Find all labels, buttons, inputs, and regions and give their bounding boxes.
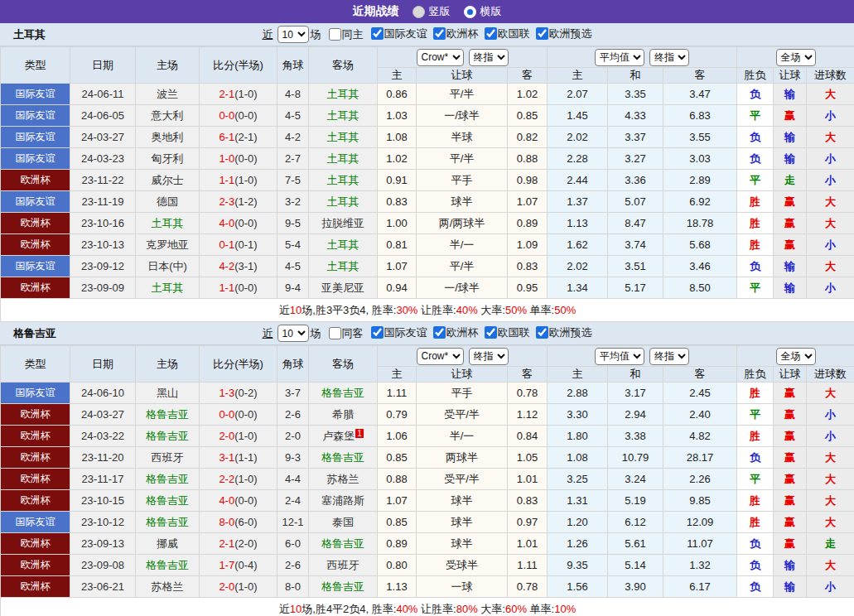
league-checkbox[interactable]: 国际友谊 bbox=[365, 325, 427, 340]
final-odds-select-eu[interactable]: 终指 bbox=[649, 49, 689, 66]
away-team-name: 西班牙 bbox=[327, 559, 359, 571]
league-checkbox-label: 欧洲预选 bbox=[549, 325, 592, 340]
away-team-name: 土耳其 bbox=[327, 260, 359, 272]
same-venue-input[interactable] bbox=[329, 28, 341, 41]
league-checkbox[interactable]: 欧洲杯 bbox=[427, 325, 479, 340]
half-time-score: (1-0) bbox=[234, 88, 257, 100]
table-row: 国际友谊23-10-12格鲁吉亚8-0(6-0)12-1泰国0.85球半0.97… bbox=[1, 512, 854, 533]
full-match-select[interactable]: 全场 bbox=[776, 348, 816, 365]
near-link[interactable]: 近 bbox=[263, 27, 273, 42]
away-team-name: 土耳其 bbox=[327, 131, 359, 143]
league-checkbox-input[interactable] bbox=[371, 27, 384, 40]
bookmaker-select[interactable]: Crow* bbox=[417, 348, 464, 365]
bookmaker-select[interactable]: Crow* bbox=[417, 49, 464, 66]
same-venue-input[interactable] bbox=[329, 327, 341, 339]
same-venue-checkbox[interactable]: 同主 bbox=[323, 27, 364, 42]
league-checkbox-label: 国际友谊 bbox=[384, 26, 427, 41]
summary-value: 10% bbox=[554, 603, 576, 615]
league-checkbox[interactable]: 国际友谊 bbox=[365, 26, 427, 41]
col-home: 主场 bbox=[136, 346, 200, 383]
league-checkbox[interactable]: 欧国联 bbox=[479, 325, 530, 340]
table-row: 欧洲杯23-09-08格鲁吉亚1-7(0-4)2-6西班牙0.80受球半1.11… bbox=[1, 555, 854, 576]
layout-radio-vertical[interactable]: 竖版 bbox=[413, 4, 451, 19]
league-checkbox[interactable]: 欧国联 bbox=[479, 26, 530, 41]
match-date: 24-03-27 bbox=[70, 127, 136, 148]
match-date: 24-06-10 bbox=[70, 383, 136, 404]
page-title: 近期战绩 bbox=[353, 4, 399, 19]
eu-away-odds: 8.50 bbox=[663, 277, 737, 299]
result-handicap: 输 bbox=[774, 576, 807, 598]
league-checkbox-input[interactable] bbox=[536, 27, 548, 40]
table-row: 欧洲杯23-11-20西班牙3-1(1-1)9-3格鲁吉亚0.85两球半1.05… bbox=[1, 447, 854, 469]
half-time-score: (0-1) bbox=[234, 238, 257, 251]
table-row: 欧洲杯24-03-27格鲁吉亚0-0(0-0)2-6希腊0.79受平/半1.12… bbox=[1, 404, 854, 426]
away-team-name: 格鲁吉亚 bbox=[321, 451, 364, 464]
same-venue-checkbox[interactable]: 同客 bbox=[323, 326, 364, 341]
home-team: 西班牙 bbox=[136, 447, 200, 469]
recent-count-select[interactable]: 10 bbox=[277, 26, 309, 43]
average-odds-select[interactable]: 平均值 bbox=[595, 49, 644, 66]
home-team: 黑山 bbox=[136, 383, 200, 404]
summary-text: 大率: bbox=[478, 304, 505, 316]
full-time-score: 1-1 bbox=[219, 282, 234, 294]
corner-score: 6-0 bbox=[277, 533, 309, 555]
final-odds-select-eu[interactable]: 终指 bbox=[649, 348, 689, 365]
summary-row: 近10场,胜4平2负4, 胜率:40% 让胜率:80% 大率:60% 单率:10… bbox=[1, 598, 854, 616]
corner-score: 4-8 bbox=[277, 84, 309, 105]
handicap-line: 球半 bbox=[417, 533, 508, 555]
result-handicap: 赢 bbox=[774, 404, 807, 426]
result-goals: 大 bbox=[807, 256, 854, 277]
away-team-name: 土耳其 bbox=[327, 88, 359, 100]
radio-unselected-icon[interactable] bbox=[413, 6, 425, 18]
league-checkbox-input[interactable] bbox=[371, 326, 384, 339]
col-eu-home: 主 bbox=[548, 367, 608, 383]
final-odds-select-ah[interactable]: 终指 bbox=[469, 348, 509, 365]
eu-draw-odds: 5.19 bbox=[608, 490, 663, 512]
table-row: 国际友谊24-06-11波兰2-1(1-0)4-8土耳其0.86平/半1.022… bbox=[1, 84, 854, 105]
result-wdl: 平 bbox=[737, 277, 774, 299]
ah-home-odds: 1.08 bbox=[378, 127, 417, 148]
eu-draw-odds: 3.37 bbox=[608, 127, 663, 148]
full-time-score: 0-0 bbox=[219, 408, 234, 421]
summary-text: 近 bbox=[279, 304, 290, 316]
layout-radio-horizontal[interactable]: 横版 bbox=[464, 4, 502, 19]
result-handicap: 输 bbox=[774, 277, 807, 299]
league-checkbox-input[interactable] bbox=[485, 326, 497, 339]
league-checkbox[interactable]: 欧洲预选 bbox=[530, 325, 592, 340]
home-team: 格鲁吉亚 bbox=[136, 512, 200, 533]
league-checkbox-input[interactable] bbox=[536, 326, 548, 339]
league-checkbox-label: 欧洲杯 bbox=[446, 325, 479, 340]
result-goals: 大 bbox=[807, 469, 854, 490]
away-team: 格鲁吉亚 bbox=[309, 447, 378, 469]
league-checkbox-input[interactable] bbox=[485, 27, 497, 40]
away-team-name: 亚美尼亚 bbox=[321, 282, 364, 294]
match-date: 23-11-17 bbox=[70, 469, 136, 490]
corner-score: 4-4 bbox=[277, 469, 309, 490]
col-hcp-result: 让球 bbox=[774, 68, 807, 84]
league-checkbox[interactable]: 欧洲杯 bbox=[427, 26, 479, 41]
radio-selected-icon[interactable] bbox=[464, 6, 476, 18]
corner-score: 3-2 bbox=[277, 191, 309, 213]
final-odds-select-ah[interactable]: 终指 bbox=[469, 49, 509, 66]
match-score: 2-1(1-0) bbox=[200, 84, 277, 105]
away-team: 亚美尼亚 bbox=[309, 277, 378, 299]
home-team: 格鲁吉亚 bbox=[136, 490, 200, 512]
half-time-score: (6-0) bbox=[234, 516, 257, 528]
full-match-select[interactable]: 全场 bbox=[776, 49, 816, 66]
away-team: 格鲁吉亚 bbox=[309, 576, 378, 598]
full-time-score: 8-0 bbox=[219, 516, 234, 528]
result-goals: 小 bbox=[807, 148, 854, 170]
league-checkbox-input[interactable] bbox=[433, 326, 446, 339]
recent-count-select[interactable]: 10 bbox=[277, 325, 309, 342]
match-score: 0-1(0-1) bbox=[200, 234, 277, 256]
near-link[interactable]: 近 bbox=[263, 326, 273, 341]
ah-home-odds: 0.85 bbox=[378, 447, 417, 469]
ah-home-odds: 1.02 bbox=[378, 148, 417, 170]
average-odds-select[interactable]: 平均值 bbox=[595, 348, 644, 365]
league-checkbox[interactable]: 欧洲预选 bbox=[530, 26, 592, 41]
league-checkbox-label: 欧国联 bbox=[498, 325, 530, 340]
eu-home-odds: 3.25 bbox=[548, 469, 608, 490]
same-venue-label: 同主 bbox=[342, 27, 364, 42]
full-time-score: 0-0 bbox=[219, 109, 234, 122]
league-checkbox-input[interactable] bbox=[433, 27, 446, 40]
